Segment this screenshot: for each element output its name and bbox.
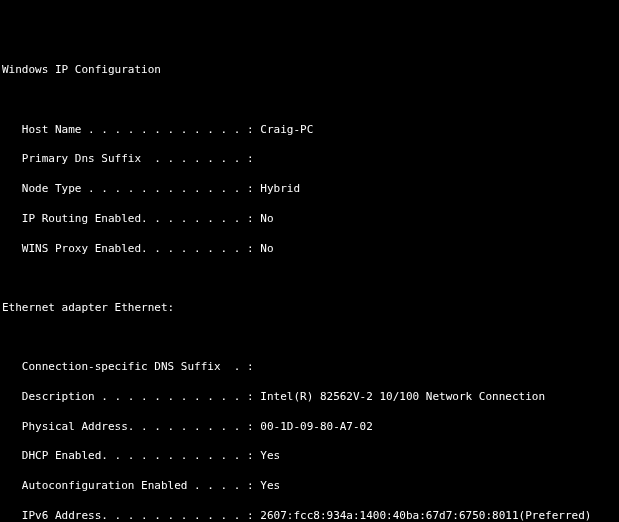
node-type-value: Hybrid — [260, 182, 300, 195]
ethernet-adapter-header: Ethernet adapter Ethernet: — [2, 301, 617, 316]
wins-proxy-label: WINS Proxy Enabled. . . . . . . . : — [2, 242, 260, 255]
eth-description-value: Intel(R) 82562V-2 10/100 Network Connect… — [260, 390, 545, 403]
host-name-value: Craig-PC — [260, 123, 313, 136]
ip-routing-label: IP Routing Enabled. . . . . . . . : — [2, 212, 260, 225]
eth-physical-address-value: 00-1D-09-80-A7-02 — [260, 420, 373, 433]
eth-dhcp-enabled-label: DHCP Enabled. . . . . . . . . . . : — [2, 449, 260, 462]
node-type-label: Node Type . . . . . . . . . . . . : — [2, 182, 260, 195]
ip-routing-value: No — [260, 212, 273, 225]
eth-autoconfig-value: Yes — [260, 479, 280, 492]
eth-description-label: Description . . . . . . . . . . . : — [2, 390, 260, 403]
eth-ipv6-label: IPv6 Address. . . . . . . . . . . : — [2, 509, 260, 522]
eth-physical-address-label: Physical Address. . . . . . . . . : — [2, 420, 260, 433]
eth-autoconfig-label: Autoconfiguration Enabled . . . . : — [2, 479, 260, 492]
primary-dns-suffix-label: Primary Dns Suffix . . . . . . . : — [2, 152, 254, 165]
eth-ipv6-value: 2607:fcc8:934a:1400:40ba:67d7:6750:8011(… — [260, 509, 591, 522]
section-header: Windows IP Configuration — [2, 63, 617, 78]
eth-conn-dns-label: Connection-specific DNS Suffix . : — [2, 360, 254, 373]
eth-dhcp-enabled-value: Yes — [260, 449, 280, 462]
wins-proxy-value: No — [260, 242, 273, 255]
host-name-label: Host Name . . . . . . . . . . . . : — [2, 123, 260, 136]
